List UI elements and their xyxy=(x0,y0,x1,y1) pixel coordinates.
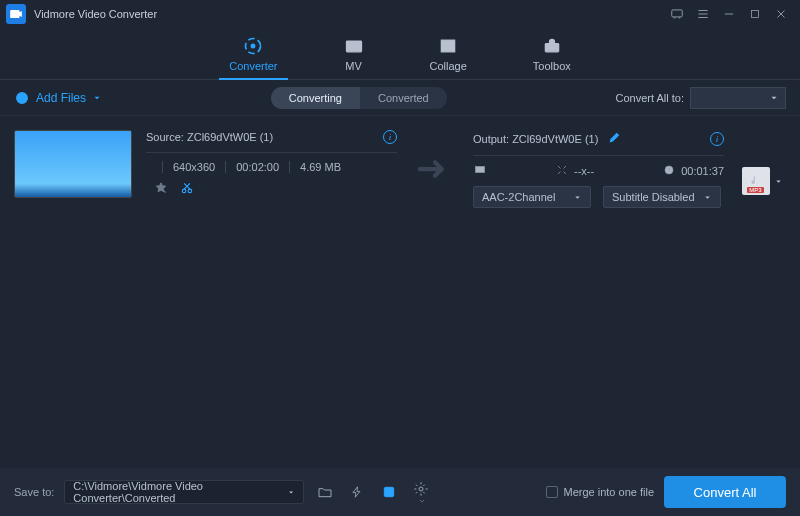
checkbox-icon xyxy=(546,486,558,498)
tab-mv[interactable]: MV xyxy=(340,28,368,79)
convert-all-button[interactable]: Convert All xyxy=(664,476,786,508)
audio-dropdown[interactable]: AAC-2Channel xyxy=(473,186,591,208)
arrow-icon xyxy=(411,130,459,208)
lightning-off-icon[interactable] xyxy=(346,481,368,503)
save-path-value: C:\Vidmore\Vidmore Video Converter\Conve… xyxy=(73,480,287,504)
chevron-down-icon xyxy=(769,93,779,103)
convert-all-to-label: Convert All to: xyxy=(616,92,684,104)
svg-rect-1 xyxy=(752,11,759,18)
chevron-down-icon xyxy=(573,193,582,202)
tab-label: MV xyxy=(345,60,362,72)
aspect-icon xyxy=(473,164,487,178)
conversion-item: Source: ZCl69dVtW0E (1) i 640x360 00:02:… xyxy=(0,116,800,222)
svg-rect-13 xyxy=(387,490,391,494)
cut-icon[interactable] xyxy=(180,181,194,198)
tab-converter[interactable]: Converter xyxy=(225,28,281,79)
svg-rect-6 xyxy=(545,43,558,51)
output-scale: --x-- xyxy=(574,165,594,177)
merge-label: Merge into one file xyxy=(564,486,655,498)
tab-label: Collage xyxy=(430,60,467,72)
bottom-bar: Save to: C:\Vidmore\Vidmore Video Conver… xyxy=(0,468,800,516)
edit-icon[interactable] xyxy=(608,130,622,147)
open-folder-icon[interactable] xyxy=(314,481,336,503)
svg-point-14 xyxy=(419,487,423,491)
merge-checkbox[interactable]: Merge into one file xyxy=(546,486,655,498)
add-files-label: Add Files xyxy=(36,91,86,105)
output-format[interactable]: MP3 xyxy=(738,130,786,208)
expand-icon xyxy=(556,164,568,178)
source-size: 4.69 MB xyxy=(300,161,341,173)
convert-all-to-dropdown[interactable] xyxy=(690,87,786,109)
main-tabs: Converter MV Collage Toolbox xyxy=(0,28,800,80)
chevron-down-icon xyxy=(774,177,783,186)
chevron-down-icon xyxy=(418,497,426,505)
close-icon[interactable] xyxy=(768,1,794,27)
chevron-down-icon xyxy=(92,93,102,103)
format-badge: MP3 xyxy=(747,187,763,193)
save-to-label: Save to: xyxy=(14,486,54,498)
menu-icon[interactable] xyxy=(690,1,716,27)
svg-rect-4 xyxy=(346,41,361,52)
source-column: Source: ZCl69dVtW0E (1) i 640x360 00:02:… xyxy=(146,130,397,208)
svg-point-3 xyxy=(251,43,256,48)
audio-value: AAC-2Channel xyxy=(482,191,555,203)
gpu-icon[interactable] xyxy=(378,481,400,503)
output-column: Output: ZCl69dVtW0E (1) i --x-- 00:01:37… xyxy=(473,130,724,208)
tab-label: Toolbox xyxy=(533,60,571,72)
info-icon[interactable]: i xyxy=(383,130,397,144)
chevron-down-icon xyxy=(703,193,712,202)
clock-icon xyxy=(663,164,675,178)
minimize-icon[interactable] xyxy=(716,1,742,27)
source-duration: 00:02:00 xyxy=(236,161,279,173)
pill-converting[interactable]: Converting xyxy=(271,87,360,109)
output-duration: 00:01:37 xyxy=(681,165,724,177)
svg-rect-0 xyxy=(672,10,683,17)
settings-icon[interactable] xyxy=(410,481,432,503)
info-icon[interactable]: i xyxy=(710,132,724,146)
feedback-icon[interactable] xyxy=(664,1,690,27)
subtitle-value: Subtitle Disabled xyxy=(612,191,695,203)
status-segment: Converting Converted xyxy=(271,87,447,109)
titlebar: Vidmore Video Converter xyxy=(0,0,800,28)
video-thumbnail[interactable] xyxy=(14,130,132,198)
subtitle-dropdown[interactable]: Subtitle Disabled xyxy=(603,186,721,208)
svg-point-9 xyxy=(188,189,192,193)
svg-point-8 xyxy=(182,189,186,193)
source-resolution: 640x360 xyxy=(173,161,215,173)
source-label: Source: ZCl69dVtW0E (1) xyxy=(146,131,273,143)
svg-rect-10 xyxy=(476,167,485,173)
maximize-icon[interactable] xyxy=(742,1,768,27)
format-icon: MP3 xyxy=(742,167,770,195)
convert-all-label: Convert All xyxy=(694,485,757,500)
tab-label: Converter xyxy=(229,60,277,72)
tab-collage[interactable]: Collage xyxy=(426,28,471,79)
save-path-dropdown[interactable]: C:\Vidmore\Vidmore Video Converter\Conve… xyxy=(64,480,304,504)
app-logo xyxy=(6,4,26,24)
pill-converted[interactable]: Converted xyxy=(360,87,447,109)
output-label: Output: ZCl69dVtW0E (1) xyxy=(473,133,598,145)
chevron-down-icon xyxy=(287,488,295,497)
tab-toolbox[interactable]: Toolbox xyxy=(529,28,575,79)
star-icon[interactable] xyxy=(154,181,168,198)
add-files-button[interactable]: Add Files xyxy=(14,90,102,106)
toolbar: Add Files Converting Converted Convert A… xyxy=(0,80,800,116)
window-title: Vidmore Video Converter xyxy=(34,8,157,20)
